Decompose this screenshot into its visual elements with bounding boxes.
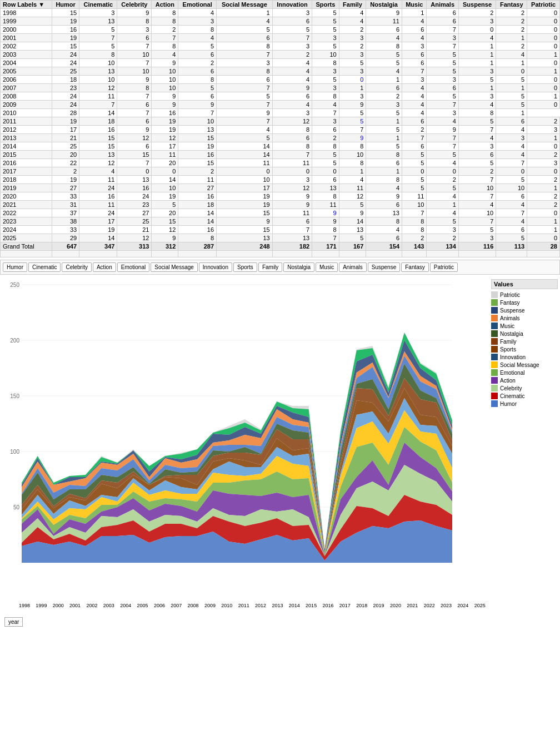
data-cell: 6 [402, 59, 427, 67]
data-cell: 9 [272, 192, 312, 201]
data-cell: 7 [496, 209, 527, 217]
grand-total-cell: 312 [152, 242, 178, 251]
grand-total-cell: 116 [458, 242, 496, 251]
filter-chip-patriotic[interactable]: Patriotic [430, 262, 458, 272]
data-cell: 11 [79, 92, 117, 101]
data-cell: 4 [178, 34, 217, 42]
legend-item: Cinematic [491, 393, 558, 399]
x-axis-label: 2012 [255, 603, 266, 608]
data-cell: 1 [527, 51, 560, 59]
table-row: 202529141298131375622350 [1, 234, 560, 242]
data-cell: 2 [427, 234, 458, 242]
filter-chip-suspense[interactable]: Suspense [368, 262, 400, 272]
legend-item: Emotional [491, 369, 558, 376]
filter-chip-sports[interactable]: Sports [233, 262, 257, 272]
data-cell: 6 [117, 101, 152, 109]
data-cell: 11 [178, 176, 217, 184]
col-header-row-labels[interactable]: Row Labels ▼ [1, 1, 52, 9]
data-cell: 0 [527, 101, 560, 109]
grand-total-cell: 134 [427, 242, 458, 251]
data-cell: 27 [178, 184, 217, 192]
data-cell: 8 [312, 92, 339, 101]
data-cell: 1 [402, 9, 427, 17]
data-cell: 27 [52, 184, 79, 192]
filter-chip-celebrity[interactable]: Celebrity [62, 262, 91, 272]
data-cell: 5 [458, 76, 496, 84]
data-cell: 2 [527, 151, 560, 159]
legend-color-box [491, 323, 498, 329]
data-cell: 24 [52, 101, 79, 109]
data-cell: 24 [117, 192, 152, 201]
data-cell: 1 [339, 167, 366, 176]
filter-chip-animals[interactable]: Animals [339, 262, 367, 272]
col-header-sports: Sports [312, 1, 339, 9]
data-cell: 11 [152, 151, 178, 159]
data-cell: 9 [152, 101, 178, 109]
empty-cell [272, 251, 312, 257]
year-cell: 2014 [1, 142, 52, 151]
data-cell: 4 [427, 159, 458, 167]
data-cell: 4 [272, 59, 312, 67]
col-header-fantasy: Fantasy [496, 1, 527, 9]
data-cell: 1 [527, 92, 560, 101]
data-cell: 38 [52, 217, 79, 226]
legend-color-box [491, 338, 498, 345]
filter-chip-nostalgia[interactable]: Nostalgia [283, 262, 314, 272]
data-cell: 7 [458, 192, 496, 201]
data-cell: 0 [217, 167, 273, 176]
data-cell: 14 [178, 217, 217, 226]
data-cell: 2 [527, 117, 560, 126]
data-cell: 9 [339, 134, 366, 142]
data-cell: 25 [52, 142, 79, 151]
filter-chip-music[interactable]: Music [316, 262, 338, 272]
data-cell: 5 [402, 151, 427, 159]
data-cell: 5 [496, 76, 527, 84]
filter-chip-cinematic[interactable]: Cinematic [28, 262, 61, 272]
data-cell: 1 [217, 9, 273, 17]
filter-chip-family[interactable]: Family [258, 262, 282, 272]
data-cell: 0 [527, 9, 560, 17]
data-cell: 6 [366, 84, 402, 92]
data-cell: 5 [427, 217, 458, 226]
data-cell: 3 [458, 67, 496, 76]
data-cell: 3 [117, 26, 152, 34]
x-axis-label: 2025 [474, 603, 486, 608]
grand-total-label: Grand Total [1, 242, 52, 251]
table-row: 20243319211216157813483561 [1, 226, 560, 234]
data-cell: 4 [402, 17, 427, 26]
filter-chip-fantasy[interactable]: Fantasy [401, 262, 429, 272]
data-cell: 4 [458, 34, 496, 42]
grand-total-cell: 171 [312, 242, 339, 251]
year-cell: 2005 [1, 67, 52, 76]
data-cell: 18 [79, 117, 117, 126]
data-cell: 9 [117, 76, 152, 84]
x-axis-label: 2000 [53, 603, 64, 608]
x-axis-label: 2016 [322, 603, 333, 608]
data-cell: 2 [178, 167, 217, 176]
data-cell: 1 [527, 217, 560, 226]
filter-chip-innovation[interactable]: Innovation [199, 262, 232, 272]
data-cell: 6 [366, 201, 402, 209]
filter-chip-emotional[interactable]: Emotional [117, 262, 149, 272]
data-cell: 10 [458, 209, 496, 217]
data-cell: 8 [402, 226, 427, 234]
year-cell: 2008 [1, 92, 52, 101]
data-cell: 0 [527, 234, 560, 242]
filter-chip-social-message[interactable]: Social Message [151, 262, 198, 272]
table-row: 20011976746733443410 [1, 34, 560, 42]
filter-chip-action[interactable]: Action [93, 262, 116, 272]
filter-chip-humor[interactable]: Humor [3, 262, 27, 272]
year-cell: 2009 [1, 101, 52, 109]
data-cell: 6 [312, 176, 339, 184]
empty-cell [402, 251, 427, 257]
data-cell: 5 [496, 101, 527, 109]
data-cell: 3 [427, 109, 458, 117]
data-cell: 6 [427, 17, 458, 26]
empty-cell [178, 251, 217, 257]
table-row: 201425156171914888567340 [1, 142, 560, 151]
data-cell: 4 [458, 201, 496, 209]
data-cell: 7 [217, 101, 273, 109]
year-filter[interactable]: year [4, 617, 23, 627]
empty-cell [217, 251, 273, 257]
data-cell: 2 [339, 26, 366, 34]
